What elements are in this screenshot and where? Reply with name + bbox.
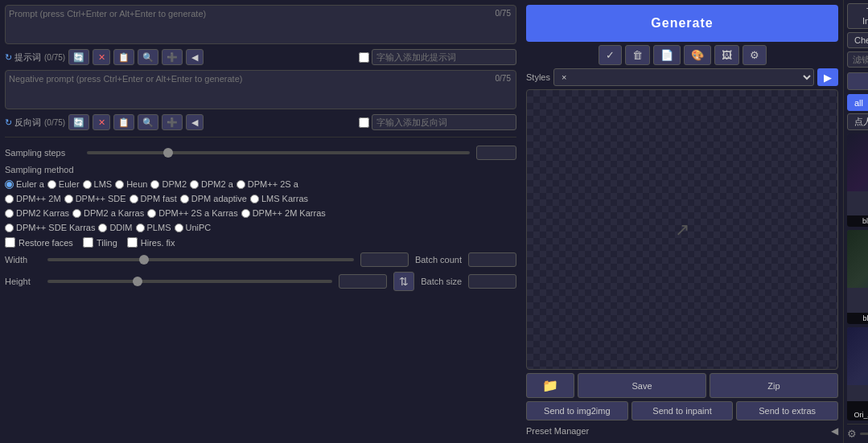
radio-heun[interactable]: Heun: [115, 179, 147, 189]
radio-dpm2karras[interactable]: DPM2 Karras: [5, 208, 69, 218]
steps-slider-thumb[interactable]: [163, 148, 173, 158]
neg-btn-2[interactable]: ✕: [93, 114, 110, 130]
action-icon-copy[interactable]: 📄: [653, 45, 681, 65]
height-slider[interactable]: [47, 280, 332, 283]
width-slider[interactable]: [47, 258, 354, 261]
radio-dpmpp2mkarras[interactable]: DPM++ 2M Karras: [241, 208, 326, 218]
height-label: Height: [5, 277, 41, 286]
prompt-text-input[interactable]: [372, 49, 516, 65]
prompt-btn-1[interactable]: 🔄: [68, 49, 89, 65]
prompt-count: (0/75): [44, 53, 65, 62]
negative-prompt-textarea[interactable]: [9, 74, 512, 103]
send-img2img-button[interactable]: Send to img2img: [526, 401, 628, 420]
width-input[interactable]: 512: [360, 252, 409, 267]
method-label: Sampling method: [5, 165, 77, 174]
radio-group-4: DPM++ SDE Karras DDIM PLMS UniPC: [5, 223, 516, 232]
radio-unipc[interactable]: UniPC: [175, 223, 212, 232]
prompt-btn-4[interactable]: 🔍: [138, 49, 158, 65]
radio-dpmpp2sakarras[interactable]: DPM++ 2S a Karras: [147, 208, 237, 218]
neg-btn-4[interactable]: 🔍: [138, 114, 158, 130]
prompt-checkbox[interactable]: [359, 52, 369, 63]
action-icons-row: ✓ 🗑 📄 🎨 🖼 ⚙: [526, 45, 838, 65]
negative-checkbox[interactable]: [359, 117, 369, 128]
swap-dimensions-btn[interactable]: ⇅: [393, 272, 414, 291]
radio-lms[interactable]: LMS: [83, 179, 113, 189]
generate-button[interactable]: Generate: [526, 5, 838, 42]
prompt-textarea[interactable]: [9, 9, 512, 38]
tiling-checkbox[interactable]: Tiling: [83, 237, 117, 248]
steps-slider-track[interactable]: [87, 151, 470, 154]
radio-group-3: DPM2 Karras DPM2 a Karras DPM++ 2S a Kar…: [5, 208, 516, 218]
neg-btn-5[interactable]: ➕: [162, 114, 183, 130]
prompt-btn-6[interactable]: ◀: [186, 49, 204, 65]
negative-text-input[interactable]: [372, 114, 516, 130]
refresh-button[interactable]: Refresh: [847, 72, 868, 90]
tab-textual-inversion[interactable]: Textual Inversion: [847, 3, 868, 29]
radio-dpm2[interactable]: DPM2: [150, 179, 187, 189]
height-input[interactable]: 512: [339, 274, 387, 289]
action-icon-check[interactable]: ✓: [599, 45, 622, 65]
radio-group-1: Euler a Euler LMS Heun DPM2 DPM2 a DPM++…: [5, 179, 516, 189]
radio-dpmfast[interactable]: DPM fast: [130, 194, 177, 203]
width-thumb[interactable]: [139, 255, 149, 265]
radio-dpmadaptive[interactable]: DPM adaptive: [180, 194, 247, 203]
restore-faces-checkbox[interactable]: Restore faces: [5, 237, 73, 248]
refresh-small-icon: ↻: [5, 52, 12, 63]
radio-lmskarras[interactable]: LMS Karras: [250, 194, 308, 203]
styles-apply-btn[interactable]: ▶: [817, 68, 838, 86]
radio-plms[interactable]: PLMS: [136, 223, 171, 232]
radio-dpmppsde[interactable]: DPM++ SDE: [64, 194, 126, 203]
radio-dpmpp2m[interactable]: DPM++ 2M: [5, 194, 61, 203]
options-checkboxes: Restore faces Tiling Hires. fix: [5, 237, 516, 248]
filter-person[interactable]: 点人女/: [847, 113, 868, 130]
radio-euler-a[interactable]: Euler a: [5, 179, 44, 189]
settings-icon[interactable]: ⚙: [847, 428, 857, 440]
neg-btn-1[interactable]: 🔄: [68, 114, 89, 130]
styles-select[interactable]: ×: [553, 68, 814, 86]
hires-fix-checkbox[interactable]: Hires. fix: [127, 237, 175, 248]
radio-dpm2a[interactable]: DPM2 a: [190, 179, 233, 189]
radio-dpmpp2sa[interactable]: DPM++ 2S a: [237, 179, 298, 189]
send-inpaint-button[interactable]: Send to inpaint: [631, 401, 734, 420]
radio-dpmppsdek[interactable]: DPM++ SDE Karras: [5, 223, 95, 232]
model-card-2[interactable]: 🌸 blindbox V3: [847, 230, 868, 323]
radio-euler[interactable]: Euler: [47, 179, 80, 189]
prompt-toolbar: ↻ 提示词 (0/75) 🔄 ✕ 📋 🔍 ➕ ◀: [5, 47, 516, 67]
steps-label: Sampling steps: [5, 148, 77, 158]
sampling-section: Sampling steps 20 Sampling method Euler …: [5, 142, 516, 294]
save-button[interactable]: Save: [578, 373, 706, 398]
lora-search-input[interactable]: [847, 51, 868, 68]
filter-tags: all 图片/ 成人/ 滤镜/ 点人女/: [847, 94, 868, 130]
batch-count-area: Batch count 1: [415, 252, 516, 267]
height-thumb[interactable]: [133, 277, 142, 286]
radio-ddim[interactable]: DDIM: [98, 223, 132, 232]
steps-input[interactable]: 20: [476, 146, 516, 160]
neg-btn-3[interactable]: 📋: [113, 114, 134, 130]
radio-dpm2akarras[interactable]: DPM2 a Karras: [72, 208, 144, 218]
styles-row: Styles × ▶: [526, 68, 838, 86]
action-icon-paint[interactable]: 🎨: [684, 45, 711, 65]
batch-count-input[interactable]: 1: [468, 252, 516, 267]
steps-row: Sampling steps 20: [5, 146, 516, 160]
negative-checkbox-area: [359, 114, 516, 130]
filter-all[interactable]: all: [847, 94, 868, 111]
styles-label: Styles: [526, 72, 550, 82]
folder-button[interactable]: 📁: [526, 373, 574, 398]
batch-size-area: Batch size 1: [421, 274, 516, 289]
zoom-slider[interactable]: [860, 433, 868, 435]
action-icon-gear[interactable]: ⚙: [743, 45, 767, 65]
prompt-btn-3[interactable]: 📋: [113, 49, 134, 65]
model-card-4[interactable]: 🌊 S1 Ori_ArtStyle_Vi...: [847, 327, 868, 420]
zip-button[interactable]: Zip: [710, 373, 838, 398]
neg-btn-6[interactable]: ◀: [186, 114, 204, 130]
tab-checkpoints[interactable]: Checkpoints: [847, 32, 868, 48]
prompt-btn-5[interactable]: ➕: [162, 49, 183, 65]
action-icon-trash[interactable]: 🗑: [625, 45, 650, 65]
model-card-0[interactable]: 🎀 blindbox_v1: [847, 133, 868, 227]
batch-size-input[interactable]: 1: [468, 274, 516, 289]
send-extras-button[interactable]: Send to extras: [736, 401, 838, 420]
batch-size-label: Batch size: [421, 277, 462, 286]
negative-count: (0/75): [44, 118, 65, 127]
action-icon-image[interactable]: 🖼: [714, 45, 739, 65]
prompt-btn-2[interactable]: ✕: [93, 49, 110, 65]
